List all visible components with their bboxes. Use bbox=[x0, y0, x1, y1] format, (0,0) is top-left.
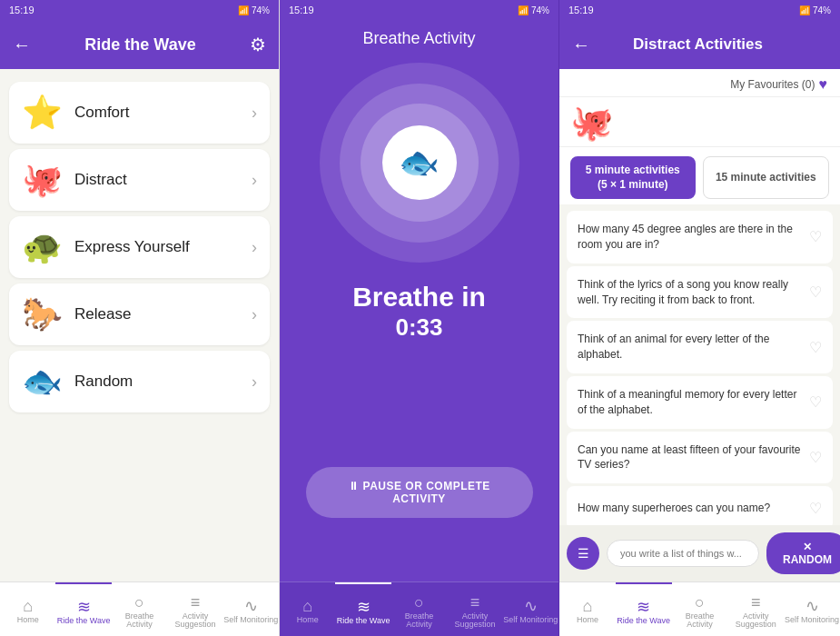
status-icons-2: 📶 74% bbox=[518, 5, 549, 15]
octopus-mascot: 🐙 bbox=[570, 103, 613, 143]
nav-item-ride[interactable]: ≋ Ride the Wave bbox=[616, 582, 672, 636]
menu-emoji-express: 🐢 bbox=[22, 228, 62, 266]
tab-5min[interactable]: 5 minute activities (5 × 1 minute) bbox=[570, 156, 696, 199]
activity-heart-icon[interactable]: ♡ bbox=[809, 500, 822, 517]
nav-icon-ride: ≋ bbox=[77, 599, 91, 615]
nav-icon-home: ⌂ bbox=[23, 598, 33, 614]
menu-label-random: Random bbox=[74, 373, 252, 391]
back-button-1[interactable]: ← bbox=[13, 35, 31, 54]
nav-item-breathe[interactable]: ○ Breathe Activity bbox=[391, 582, 447, 636]
nav-icon-ride: ≋ bbox=[637, 599, 650, 615]
activity-heart-icon[interactable]: ♡ bbox=[809, 228, 822, 245]
nav-icon-home: ⌂ bbox=[302, 598, 312, 614]
heart-icon[interactable]: ♥ bbox=[819, 76, 828, 93]
settings-button[interactable]: ⚙ bbox=[250, 35, 266, 54]
center-emoji: 🐟 bbox=[399, 144, 440, 182]
nav-item-self[interactable]: ∿ Self Monitoring bbox=[503, 582, 558, 636]
panel-breathe: 15:19 📶 74% Breathe Activity 🐟 Breathe i… bbox=[280, 0, 559, 636]
menu-label-distract: Distract bbox=[74, 171, 252, 189]
nav-item-self[interactable]: ∿ Self Monitoring bbox=[784, 582, 840, 636]
menu-item-release[interactable]: 🐎 Release › bbox=[9, 283, 270, 345]
nav-label-breathe: Breathe Activity bbox=[672, 612, 728, 629]
nav-item-ride[interactable]: ≋ Ride the Wave bbox=[335, 582, 390, 636]
nav-icon-activity: ≡ bbox=[751, 594, 761, 611]
signal-icon: 📶 bbox=[238, 5, 249, 15]
status-time-2: 15:19 bbox=[289, 5, 314, 15]
nav-item-self[interactable]: ∿ Self Monitoring bbox=[223, 582, 279, 636]
activity-heart-icon[interactable]: ♡ bbox=[809, 393, 822, 411]
nav-icon-breathe: ○ bbox=[134, 594, 144, 611]
activity-text: Think of an animal for every letter of t… bbox=[578, 332, 802, 363]
nav-label-activity: Activity Suggestion bbox=[167, 612, 222, 629]
activity-row[interactable]: How many 45 degree angles are there in t… bbox=[567, 211, 833, 263]
activity-row[interactable]: Can you name at least fifteen of your fa… bbox=[567, 432, 833, 484]
activity-row[interactable]: Think of an animal for every letter of t… bbox=[567, 321, 833, 373]
random-button[interactable]: ✕ RANDOM bbox=[766, 532, 840, 574]
chevron-icon-random: › bbox=[252, 373, 257, 392]
nav-item-breathe[interactable]: ○ Breathe Activity bbox=[112, 582, 167, 636]
menu-item-random[interactable]: 🐟 Random › bbox=[9, 351, 270, 412]
menu-label-express: Express Yourself bbox=[74, 238, 252, 256]
nav-label-home: Home bbox=[297, 616, 319, 624]
tab-15min[interactable]: 15 minute activities bbox=[703, 156, 830, 199]
status-time-1: 15:19 bbox=[9, 5, 35, 15]
chevron-icon-distract: › bbox=[252, 171, 257, 190]
status-bar-2: 15:19 📶 74% bbox=[280, 0, 558, 20]
nav-label-activity: Activity Suggestion bbox=[447, 612, 502, 629]
pause-button[interactable]: ⏸ PAUSE OR COMPLETE ACTIVITY bbox=[306, 467, 533, 518]
activity-list: How many 45 degree angles are there in t… bbox=[559, 204, 840, 525]
nav-item-home[interactable]: ⌂ Home bbox=[0, 582, 55, 636]
activity-heart-icon[interactable]: ♡ bbox=[809, 339, 822, 356]
menu-item-distract[interactable]: 🐙 Distract › bbox=[9, 149, 270, 211]
nav-icon-home: ⌂ bbox=[582, 598, 592, 614]
nav-label-ride: Ride the Wave bbox=[337, 617, 390, 625]
nav-item-breathe[interactable]: ○ Breathe Activity bbox=[672, 582, 728, 636]
bottom-nav-1: ⌂ Home ≋ Ride the Wave ○ Breathe Activit… bbox=[0, 581, 279, 636]
menu-emoji-comfort: ⭐ bbox=[22, 94, 62, 132]
battery-label-2: 74% bbox=[531, 5, 549, 15]
nav-item-activity[interactable]: ≡ Activity Suggestion bbox=[167, 582, 222, 636]
favourites-bar: My Favourites (0) ♥ bbox=[559, 69, 840, 97]
nav-item-activity[interactable]: ≡ Activity Suggestion bbox=[727, 582, 784, 636]
nav-label-home: Home bbox=[577, 616, 598, 624]
nav-item-ride[interactable]: ≋ Ride the Wave bbox=[55, 582, 111, 636]
panel1-title: Ride the Wave bbox=[84, 35, 195, 55]
menu-label-comfort: Comfort bbox=[74, 104, 252, 122]
panel3-header: ← Distract Activities bbox=[559, 20, 840, 69]
nav-label-activity: Activity Suggestion bbox=[727, 612, 784, 629]
nav-item-home[interactable]: ⌂ Home bbox=[559, 582, 616, 636]
menu-item-express[interactable]: 🐢 Express Yourself › bbox=[9, 216, 270, 278]
center-mascot: 🐟 bbox=[382, 125, 457, 200]
battery-label-3: 74% bbox=[813, 5, 831, 15]
favourites-label: My Favourites (0) bbox=[730, 78, 815, 91]
panel-ride-the-wave: 15:19 📶 74% ← Ride the Wave ⚙ ⭐ Comfort … bbox=[0, 0, 280, 636]
activity-row[interactable]: Think of the lyrics of a song you know r… bbox=[567, 266, 833, 319]
activity-row[interactable]: How many superheroes can you name? ♡ bbox=[567, 486, 833, 525]
activity-row[interactable]: Think of a meaningful memory for every l… bbox=[567, 376, 833, 429]
signal-icon-3: 📶 bbox=[799, 5, 810, 15]
activity-heart-icon[interactable]: ♡ bbox=[809, 449, 822, 466]
status-bar-3: 15:19 📶 74% bbox=[559, 0, 840, 20]
nav-item-home[interactable]: ⌂ Home bbox=[280, 582, 335, 636]
nav-label-home: Home bbox=[17, 616, 39, 624]
write-input[interactable] bbox=[607, 540, 759, 567]
activity-text: Can you name at least fifteen of your fa… bbox=[578, 442, 802, 473]
menu-item-comfort[interactable]: ⭐ Comfort › bbox=[9, 82, 270, 144]
breath-animation: 🐟 bbox=[320, 63, 519, 263]
chevron-icon-comfort: › bbox=[252, 104, 257, 123]
menu-emoji-random: 🐟 bbox=[22, 363, 62, 401]
back-button-3[interactable]: ← bbox=[572, 35, 590, 54]
panel1-header: ← Ride the Wave ⚙ bbox=[0, 20, 279, 69]
bottom-action-bar: ☰ ✕ RANDOM bbox=[559, 525, 840, 581]
nav-item-activity[interactable]: ≡ Activity Suggestion bbox=[447, 582, 502, 636]
status-bar-1: 15:19 📶 74% bbox=[0, 0, 279, 20]
nav-label-breathe: Breathe Activity bbox=[391, 612, 447, 629]
nav-icon-breathe: ○ bbox=[695, 594, 705, 611]
panel3-title: Distract Activities bbox=[590, 35, 805, 54]
menu-emoji-distract: 🐙 bbox=[22, 161, 62, 199]
list-icon-button[interactable]: ☰ bbox=[567, 537, 599, 570]
nav-icon-self: ∿ bbox=[805, 598, 819, 614]
activity-heart-icon[interactable]: ♡ bbox=[809, 283, 822, 301]
status-time-3: 15:19 bbox=[568, 5, 594, 15]
status-icons-3: 📶 74% bbox=[799, 5, 831, 15]
